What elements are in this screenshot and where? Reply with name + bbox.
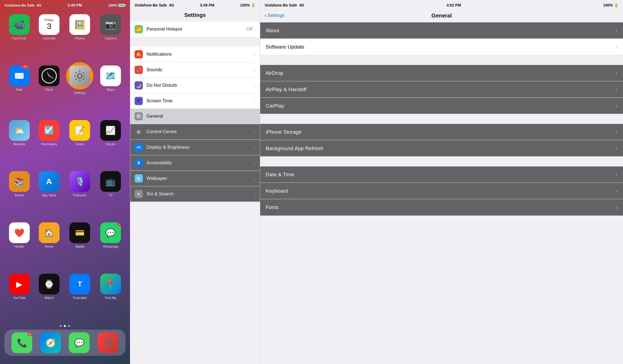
app-label: Settings: [74, 91, 86, 95]
general-row-background-refresh[interactable]: Background App Refresh ›: [260, 140, 623, 157]
control-centre-icon: ⊞: [135, 128, 143, 136]
wallpaper-label: Wallpaper: [147, 176, 254, 181]
app-notes[interactable]: 📝 Notes: [66, 120, 93, 167]
app-settings[interactable]: Settings: [66, 65, 93, 116]
dock-safari[interactable]: 🧭: [40, 332, 61, 353]
chevron-icon: ›: [616, 86, 618, 93]
mail-badge: 18,434: [22, 65, 30, 69]
dock-messages[interactable]: 💬: [69, 332, 90, 353]
general-list: About › Software Update › AirDrop › AirP…: [260, 22, 623, 364]
time-home: 3:49 PM: [67, 3, 82, 7]
chevron-icon: ›: [254, 83, 256, 88]
app-label: Books: [15, 193, 24, 197]
app-label: Calendar: [42, 37, 56, 40]
general-row-software-update[interactable]: Software Update ›: [260, 39, 623, 55]
dock-phone[interactable]: 📞 39: [11, 332, 32, 353]
accessibility-label: Accessibility: [147, 160, 254, 166]
general-row-fonts[interactable]: Fonts ›: [260, 199, 623, 216]
software-update-label: Software Update: [266, 44, 616, 50]
svg-rect-10: [138, 114, 139, 115]
general-row-carplay[interactable]: CarPlay ›: [260, 98, 623, 114]
hotspot-label: Personal Hotspot: [147, 26, 247, 32]
app-reminders[interactable]: ☑️ Reminders: [36, 120, 62, 167]
app-label: Wallet: [75, 245, 84, 249]
app-tv[interactable]: 📺 TV: [98, 171, 123, 218]
settings-title: Settings: [130, 10, 260, 22]
hotspot-icon: 📶: [135, 25, 143, 33]
general-row-about[interactable]: About ›: [260, 22, 623, 39]
app-clock[interactable]: Clock: [36, 65, 62, 116]
settings-section-hotspot: 📶 Personal Hotspot Off ›: [130, 22, 260, 37]
phone-badge: 39: [28, 332, 32, 336]
settings-row-general[interactable]: General ›: [130, 109, 260, 124]
app-grid: 📹 FaceTime Friday 3 Calendar 🖼️ Photos 📷…: [0, 10, 130, 325]
app-whatsapp[interactable]: 💬 1 WhatsApp: [98, 222, 123, 269]
settings-row-display[interactable]: AA Display & Brightness ›: [130, 140, 260, 155]
app-weather[interactable]: ⛅ Weather: [7, 120, 32, 167]
settings-row-accessibility[interactable]: ♿ Accessibility ›: [130, 155, 260, 171]
settings-row-dnd[interactable]: 🌙 Do Not Disturb ›: [130, 78, 260, 93]
settings-row-sounds[interactable]: 🔊 Sounds ›: [130, 62, 260, 78]
battery-icon-home: [118, 4, 126, 7]
chevron-icon: ›: [254, 176, 256, 181]
back-button[interactable]: ‹ Settings: [265, 12, 284, 19]
app-books[interactable]: 📚 Books: [7, 171, 32, 218]
general-nav-bar: ‹ Settings General: [260, 10, 623, 22]
chevron-icon: ›: [616, 204, 618, 211]
screentime-label: Screen Time: [147, 98, 254, 104]
app-findmy[interactable]: 📍 Find My: [98, 274, 123, 321]
app-label: Photos: [75, 37, 85, 40]
app-maps[interactable]: 🗺️ Maps: [98, 65, 123, 116]
whatsapp-badge: 1: [117, 222, 121, 226]
general-row-date-time[interactable]: Date & Time ›: [260, 166, 623, 183]
settings-row-wallpaper[interactable]: ❋ Wallpaper ›: [130, 171, 260, 186]
background-refresh-label: Background App Refresh: [266, 145, 616, 151]
app-calendar[interactable]: Friday 3 Calendar: [36, 14, 62, 61]
app-mail[interactable]: ✉️ 18,434 Mail: [7, 65, 32, 116]
app-photos[interactable]: 🖼️ Photos: [66, 14, 93, 61]
app-camera[interactable]: 📷 Camera: [98, 14, 123, 61]
app-facetime[interactable]: 📹 FaceTime: [7, 14, 32, 61]
app-label: Notes: [76, 142, 84, 146]
chevron-icon: ›: [616, 103, 618, 109]
settings-section-general: General › ⊞ Control Centre › AA Display …: [130, 109, 260, 202]
page-dots: [0, 325, 130, 327]
general-row-airplay[interactable]: AirPlay & Handoff ›: [260, 81, 623, 98]
chevron-icon: ›: [254, 52, 256, 57]
settings-list: 📶 Personal Hotspot Off › 🔔 Notifications…: [130, 22, 260, 364]
app-label: Mail: [16, 88, 22, 92]
svg-rect-6: [82, 72, 84, 74]
svg-rect-4: [83, 75, 85, 76]
settings-row-control-centre[interactable]: ⊞ Control Centre ›: [130, 124, 260, 140]
app-podcasts[interactable]: 🎙️ Podcasts: [66, 171, 93, 218]
general-icon: [135, 112, 143, 120]
app-label: Truecaller: [73, 296, 87, 300]
settings-row-notifications[interactable]: 🔔 Notifications ›: [130, 47, 260, 62]
general-row-iphone-storage[interactable]: iPhone Storage ›: [260, 124, 623, 140]
general-screen: Vodafone-Be Safe 4G 4:02 PM 100% 🔋 ‹ Set…: [260, 0, 623, 364]
battery-settings: 100% 🔋: [240, 3, 256, 7]
general-title: General: [431, 13, 452, 19]
chevron-icon: ›: [254, 192, 256, 196]
carrier-general: Vodafone-Be Safe 4G: [265, 3, 304, 7]
app-wallet[interactable]: 💳 Wallet: [66, 222, 93, 269]
app-health[interactable]: ❤️ Health: [7, 222, 32, 269]
settings-row-screentime[interactable]: ⏱ Screen Time ›: [130, 93, 260, 109]
settings-row-personal-hotspot[interactable]: 📶 Personal Hotspot Off ›: [130, 22, 260, 37]
status-bar-home: Vodafone-Be Safe 4G 3:49 PM 100%: [0, 0, 130, 10]
general-row-keyboard[interactable]: Keyboard ›: [260, 183, 623, 199]
settings-row-siri[interactable]: ✦ Siri & Search ›: [130, 186, 260, 202]
app-stocks[interactable]: 📈 Stocks: [98, 120, 123, 167]
app-watch[interactable]: ⌚ Watch: [36, 274, 62, 321]
general-row-airdrop[interactable]: AirDrop ›: [260, 65, 623, 81]
general-label: General: [147, 114, 254, 119]
app-appstore[interactable]: A App Store: [36, 171, 62, 218]
chevron-icon: ›: [254, 68, 256, 72]
app-youtube[interactable]: ▶ YouTube: [7, 274, 32, 321]
dock-music[interactable]: 🎵: [97, 332, 118, 353]
app-truecaller[interactable]: T Truecaller: [66, 274, 93, 321]
app-home[interactable]: 🏠 Home: [36, 222, 62, 269]
battery-general: 100% 🔋: [603, 3, 619, 7]
chevron-icon: ›: [616, 27, 618, 34]
page-dot-3: [68, 325, 70, 327]
